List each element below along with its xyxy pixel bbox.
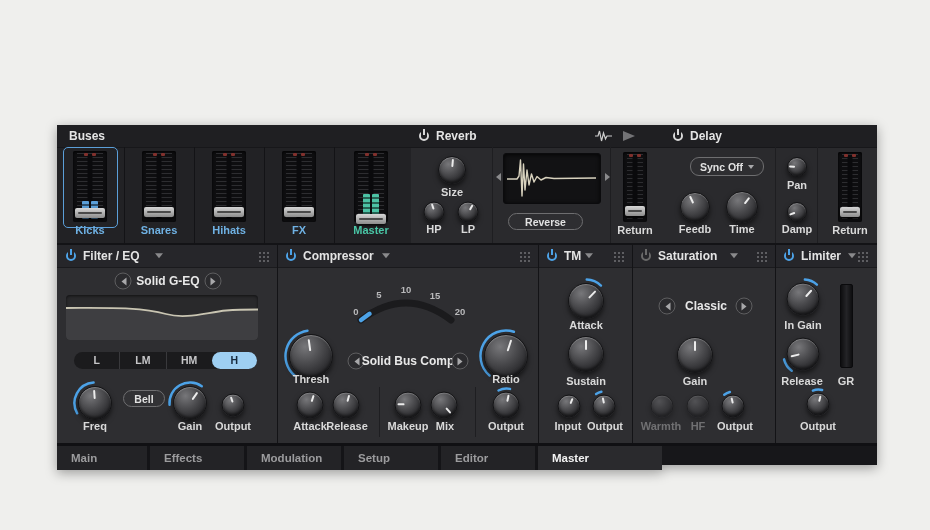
reverb-waveform-icon[interactable] bbox=[595, 130, 612, 142]
delay-power-button[interactable] bbox=[672, 130, 684, 142]
filter-eq-drag-handle-icon[interactable] bbox=[259, 252, 261, 254]
limiter-power-button[interactable] bbox=[783, 250, 795, 262]
tab-main[interactable]: Main bbox=[57, 446, 147, 470]
compressor-release-knob[interactable] bbox=[333, 392, 360, 419]
channel-fader-master[interactable] bbox=[354, 151, 388, 222]
tm-input-knob[interactable] bbox=[558, 395, 581, 418]
tab-effects[interactable]: Effects bbox=[150, 446, 244, 470]
reverb-lp-knob[interactable] bbox=[458, 202, 479, 223]
channel-fader-kicks[interactable] bbox=[73, 151, 107, 222]
eq-gain-knob[interactable] bbox=[173, 386, 207, 420]
saturation-gain-knob[interactable] bbox=[677, 337, 713, 373]
compressor-attack-knob[interactable] bbox=[297, 392, 324, 419]
channel-label-fx[interactable]: FX bbox=[292, 224, 306, 236]
delay-return-fader[interactable] bbox=[838, 152, 862, 222]
tm-output-knob[interactable] bbox=[593, 395, 616, 418]
channel-label-master[interactable]: Master bbox=[353, 224, 388, 236]
tab-setup[interactable]: Setup bbox=[344, 446, 438, 470]
eq-band-hm[interactable]: HM bbox=[166, 352, 212, 369]
tm-sustain-knob[interactable] bbox=[568, 336, 604, 372]
channel-fader-snares[interactable] bbox=[142, 151, 176, 222]
eq-preset-name[interactable]: Solid G-EQ bbox=[136, 274, 199, 288]
fader-handle[interactable] bbox=[840, 207, 860, 217]
eq-curve-display[interactable] bbox=[66, 295, 258, 340]
fader-handle[interactable] bbox=[144, 207, 174, 217]
tab-modulation[interactable]: Modulation bbox=[247, 446, 341, 470]
delay-damp-knob[interactable] bbox=[787, 202, 807, 222]
comp-preset-name[interactable]: Solid Bus Comp bbox=[362, 354, 455, 368]
waveform-prev-arrow[interactable] bbox=[492, 173, 501, 181]
delay-pan-knob[interactable] bbox=[787, 157, 807, 177]
fader-handle[interactable] bbox=[214, 207, 244, 217]
compressor-mix-knob[interactable] bbox=[431, 392, 458, 419]
saturation-output-knob[interactable] bbox=[722, 395, 745, 418]
filter-eq-power-button[interactable] bbox=[65, 250, 77, 262]
eq-band-l[interactable]: L bbox=[74, 352, 119, 369]
reverb-size-knob[interactable] bbox=[438, 156, 466, 184]
tm-attack-knob[interactable] bbox=[568, 283, 604, 319]
eq-band-lm[interactable]: LM bbox=[119, 352, 165, 369]
reverb-return-fader[interactable] bbox=[623, 152, 647, 222]
limiter-drag-handle-icon[interactable] bbox=[858, 252, 860, 254]
compressor-thresh-knob[interactable] bbox=[289, 334, 333, 378]
saturation-dropdown-caret[interactable] bbox=[730, 253, 738, 262]
clip-indicator bbox=[293, 153, 297, 156]
limiter-in-gain-knob[interactable] bbox=[787, 283, 820, 316]
delay-feedback-knob[interactable] bbox=[680, 192, 710, 222]
saturation-preset-prev-button[interactable] bbox=[659, 298, 676, 315]
reverse-button[interactable]: Reverse bbox=[508, 213, 583, 230]
delay-sync-dropdown[interactable]: Sync Off bbox=[690, 157, 764, 176]
fader-handle[interactable] bbox=[75, 208, 105, 218]
channel-fader-fx[interactable] bbox=[282, 151, 316, 222]
channel-label-hihats[interactable]: Hihats bbox=[212, 224, 246, 236]
delay-damp-label: Damp bbox=[782, 223, 813, 235]
fader-handle[interactable] bbox=[356, 214, 386, 224]
tm-drag-handle-icon[interactable] bbox=[614, 252, 616, 254]
saturation-warmth-label: Warmth bbox=[641, 420, 682, 432]
tm-attack-label: Attack bbox=[569, 319, 603, 331]
waveform-next-arrow[interactable] bbox=[605, 173, 614, 181]
reverb-power-button[interactable] bbox=[418, 130, 430, 142]
limiter-output-knob[interactable] bbox=[807, 393, 830, 416]
filter-eq-dropdown-caret[interactable] bbox=[155, 253, 163, 262]
eq-output-knob[interactable] bbox=[222, 394, 245, 417]
saturation-power-button[interactable] bbox=[640, 250, 652, 262]
channel-fader-hihats[interactable] bbox=[212, 151, 246, 222]
knob-face bbox=[651, 395, 674, 418]
eq-freq-knob[interactable] bbox=[78, 386, 112, 420]
eq-band-h[interactable]: H bbox=[212, 352, 257, 369]
tab-master[interactable]: Master bbox=[538, 446, 662, 470]
limiter-release-knob[interactable] bbox=[787, 338, 820, 371]
compressor-output-knob[interactable] bbox=[493, 392, 520, 419]
reverb-hp-knob[interactable] bbox=[424, 202, 445, 223]
compressor-dropdown-caret[interactable] bbox=[382, 253, 390, 262]
eq-preset-prev-button[interactable] bbox=[115, 273, 132, 290]
compressor-ratio-knob[interactable] bbox=[484, 334, 528, 378]
clip-indicator bbox=[844, 154, 848, 157]
eq-shape-button[interactable]: Bell bbox=[123, 390, 165, 407]
limiter-dropdown-caret[interactable] bbox=[848, 253, 856, 262]
saturation-drag-handle-icon[interactable] bbox=[757, 252, 759, 254]
fader-handle[interactable] bbox=[625, 206, 645, 216]
tab-editor[interactable]: Editor bbox=[441, 446, 535, 470]
saturation-preset-next-button[interactable] bbox=[736, 298, 753, 315]
channel-label-kicks[interactable]: Kicks bbox=[75, 224, 104, 236]
reverb-lp-label: LP bbox=[461, 223, 475, 235]
compressor-makeup-knob[interactable] bbox=[395, 392, 422, 419]
saturation-preset-name[interactable]: Classic bbox=[685, 299, 727, 313]
clip-indicator bbox=[223, 153, 227, 156]
comp-preset-next-button[interactable] bbox=[452, 353, 469, 370]
fader-handle[interactable] bbox=[284, 207, 314, 217]
channel-label-snares[interactable]: Snares bbox=[141, 224, 178, 236]
saturation-hf-knob[interactable] bbox=[687, 395, 710, 418]
compressor-power-button[interactable] bbox=[285, 250, 297, 262]
buses-header bbox=[57, 125, 411, 148]
saturation-warmth-knob[interactable] bbox=[651, 395, 674, 418]
compressor-drag-handle-icon[interactable] bbox=[520, 252, 522, 254]
tm-power-button[interactable] bbox=[546, 250, 558, 262]
eq-preset-next-button[interactable] bbox=[205, 273, 222, 290]
delay-time-knob[interactable] bbox=[726, 191, 758, 223]
tm-dropdown-caret[interactable] bbox=[585, 253, 593, 262]
reverb-ramp-icon[interactable] bbox=[623, 131, 640, 141]
knob-pointer bbox=[425, 386, 463, 424]
